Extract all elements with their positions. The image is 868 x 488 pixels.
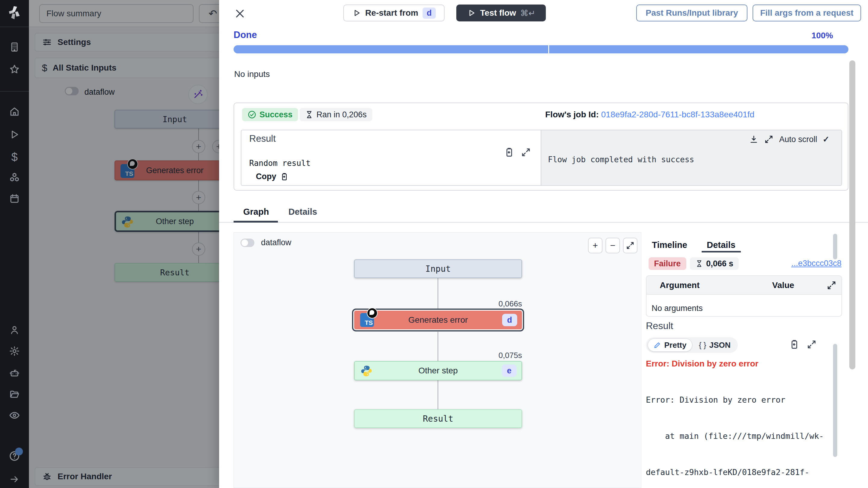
shortcut-hint: ⌘↵ xyxy=(520,8,535,18)
arguments-table: Argument Value No arguments xyxy=(646,276,842,317)
close-icon xyxy=(234,8,246,19)
expand-arguments-icon[interactable] xyxy=(827,280,837,292)
json-toggle-button[interactable]: { } JSON xyxy=(693,338,736,352)
runs-play-icon[interactable] xyxy=(9,129,20,140)
log-pane: Auto scroll ✓ Flow job completed with su… xyxy=(541,130,841,185)
graph-node-generates-error[interactable]: TS Generates error d xyxy=(354,311,522,329)
graph-edge xyxy=(438,380,438,409)
copy-result-icon[interactable] xyxy=(504,147,514,157)
no-inputs-label: No inputs xyxy=(234,69,270,79)
drawer-scrollbar-thumb[interactable] xyxy=(849,60,855,370)
active-tab-underline xyxy=(234,221,278,223)
drawer-tabs: Graph Details xyxy=(219,206,868,223)
test-flow-button[interactable]: Test flow ⌘↵ xyxy=(456,4,546,21)
error-stack-trace: Error: Division by zero error at main (f… xyxy=(646,370,836,488)
fullscreen-graph-button[interactable] xyxy=(623,238,638,253)
tab-details[interactable]: Details xyxy=(288,207,317,217)
duration-badge: Ran in 0,206s xyxy=(300,108,372,121)
audit-eye-icon[interactable] xyxy=(9,409,20,421)
tab-graph[interactable]: Graph xyxy=(243,207,269,217)
timing-other-step: 0,075s xyxy=(354,351,522,360)
result-title: Result xyxy=(249,133,276,144)
collapse-sidebar-arrow-icon[interactable] xyxy=(9,474,20,484)
zoom-out-button[interactable]: − xyxy=(606,238,620,253)
resources-cubes-icon[interactable] xyxy=(9,172,20,183)
python-icon xyxy=(360,365,373,377)
play-icon xyxy=(352,8,361,18)
run-result-card: Success Ran in 0,206s Flow's job Id: 018… xyxy=(234,103,848,191)
graph-node-result[interactable]: Result xyxy=(354,409,522,428)
past-runs-button[interactable]: Past Runs/Input library xyxy=(636,4,747,21)
success-badge: Success xyxy=(242,108,298,121)
argument-column-header: Argument xyxy=(660,281,700,290)
zoom-in-button[interactable]: + xyxy=(588,238,602,253)
pen-icon xyxy=(653,341,661,349)
workers-robot-icon[interactable] xyxy=(9,367,20,379)
step-job-link[interactable]: ...e3bccc03c8 xyxy=(791,259,841,268)
tab-timeline[interactable]: Timeline xyxy=(652,240,687,250)
auto-scroll-label[interactable]: Auto scroll xyxy=(779,135,817,144)
close-drawer-button[interactable] xyxy=(233,7,247,21)
modal-dim-overlay xyxy=(29,0,219,488)
windmill-logo[interactable] xyxy=(7,5,22,21)
home-icon[interactable] xyxy=(9,106,20,117)
graph-node-other-step[interactable]: Other step e xyxy=(354,361,522,380)
graph-dataflow-toggle[interactable] xyxy=(241,238,254,247)
schedules-calendar-icon[interactable] xyxy=(9,193,20,204)
play-icon xyxy=(467,8,476,18)
step-duration-badge: 0,066 s xyxy=(690,257,739,270)
copy-button[interactable]: Copy xyxy=(256,172,288,181)
no-arguments-row: No arguments xyxy=(652,304,703,313)
test-flow-drawer: Re-start from d Test flow ⌘↵ Past Runs/I… xyxy=(219,0,868,488)
graph-dataflow-label: dataflow xyxy=(261,238,291,247)
log-text: Flow job completed with success xyxy=(548,155,694,164)
braces-icon: { } xyxy=(699,341,707,350)
progress-percent: 100% xyxy=(811,31,833,40)
rail-divider xyxy=(0,91,29,92)
favorites-star-icon[interactable] xyxy=(9,64,20,75)
restart-from-button[interactable]: Re-start from d xyxy=(343,4,444,21)
result-value: Random result xyxy=(249,159,311,168)
result-box: Result Random result Copy Au xyxy=(241,130,842,186)
step-id-badge-e: e xyxy=(502,365,517,377)
help-notification-dot xyxy=(15,448,23,455)
status-done-label: Done xyxy=(234,30,257,40)
expand-result-icon[interactable] xyxy=(521,147,531,157)
pretty-toggle-button[interactable]: Pretty xyxy=(648,338,692,352)
check-circle-icon xyxy=(247,110,256,119)
copy-step-result-icon[interactable] xyxy=(789,339,799,350)
download-logs-icon[interactable] xyxy=(749,135,758,144)
settings-gear-icon[interactable] xyxy=(9,346,20,356)
rail-divider xyxy=(0,27,29,27)
tab-step-details[interactable]: Details xyxy=(707,240,735,250)
error-title: Error: Division by zero error xyxy=(646,359,758,369)
flow-graph-panel: dataflow + − Input 0,066s TS Generates e… xyxy=(234,232,641,488)
panel-scrollbar-thumb[interactable] xyxy=(833,234,837,259)
help-icon[interactable] xyxy=(8,450,21,462)
timing-generates-error: 0,066s xyxy=(354,299,522,309)
expand-logs-icon[interactable] xyxy=(764,135,774,144)
graph-node-input[interactable]: Input xyxy=(354,259,522,278)
typescript-icon: TS xyxy=(360,313,374,327)
clipboard-icon xyxy=(280,173,288,181)
step-id-badge-d: d xyxy=(502,314,518,326)
job-id-link[interactable]: 018e9fa2-280d-7611-bc8f-133a8ee401fd xyxy=(601,110,755,119)
step-detail-panel: Timeline Details Failure 0,066 s ...e3bc… xyxy=(645,232,847,488)
fill-args-button[interactable]: Fill args from a request xyxy=(752,4,861,21)
hourglass-icon xyxy=(695,260,703,267)
hourglass-icon xyxy=(305,110,313,119)
value-column-header: Value xyxy=(772,281,794,290)
failure-badge: Failure xyxy=(649,257,686,270)
workspace-icon[interactable] xyxy=(9,41,20,53)
flow-job-id: Flow's job Id: 018e9fa2-280d-7611-bc8f-1… xyxy=(545,110,754,119)
expand-step-result-icon[interactable] xyxy=(807,339,817,350)
result-scrollbar-thumb[interactable] xyxy=(833,344,837,457)
users-person-icon[interactable] xyxy=(9,324,20,335)
arguments-table-header: Argument Value xyxy=(647,276,841,295)
variables-dollar-icon[interactable]: $ xyxy=(11,151,18,164)
result-format-toggle: Pretty { } JSON xyxy=(646,337,738,353)
restart-step-badge: d xyxy=(423,7,436,19)
folders-icon[interactable] xyxy=(9,389,20,399)
progress-bar xyxy=(234,45,848,53)
active-tab-underline xyxy=(702,251,741,253)
